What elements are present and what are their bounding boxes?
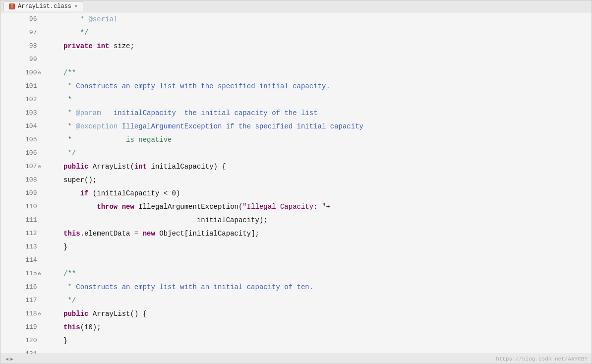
table-row: 99 xyxy=(0,53,592,66)
table-row: 102 * xyxy=(0,93,592,106)
line-number: 120 xyxy=(0,334,41,347)
scroll-right-icon[interactable]: ▶ xyxy=(9,356,14,362)
table-row: 117 */ xyxy=(0,294,592,307)
table-row: 112 this.elementData = new Object[initia… xyxy=(0,227,592,240)
code-line: } xyxy=(41,334,592,347)
table-row: 100⊖ /** xyxy=(0,66,592,79)
code-line: * @param initialCapacity the initial cap… xyxy=(41,106,592,120)
code-line: /** xyxy=(41,267,592,280)
line-number: 109 xyxy=(0,186,41,200)
line-number: 108 xyxy=(0,173,41,186)
code-line: throw new IllegalArgumentException("Ille… xyxy=(41,200,592,213)
table-row: 111 initialCapacity); xyxy=(0,213,592,227)
scroll-left-icon[interactable]: ◀ xyxy=(4,356,9,362)
fold-indicator-icon[interactable]: ⊖ xyxy=(38,271,41,277)
code-line xyxy=(41,347,592,354)
table-row: 96 * @serial xyxy=(0,12,592,26)
code-line: super(); xyxy=(41,173,592,186)
line-number: 96 xyxy=(0,12,41,26)
table-row: 114 xyxy=(0,253,592,267)
fold-indicator-icon[interactable]: ⊖ xyxy=(38,164,41,170)
watermark: https://blog.csdn.net/AAYCBY xyxy=(496,356,588,362)
code-line: * @serial xyxy=(41,12,592,26)
table-row: 98 private int size; xyxy=(0,39,592,53)
table-row: 104 * @exception IllegalArgumentExceptio… xyxy=(0,120,592,133)
code-line: if (initialCapacity < 0) xyxy=(41,186,592,200)
table-row: 103 * @param initialCapacity the initial… xyxy=(0,106,592,120)
line-number: 110 xyxy=(0,200,41,213)
main-window: C ArrayList.class × 96 * @serial97 */98 … xyxy=(0,0,592,364)
horizontal-scrollbar[interactable]: ◀ ▶ xyxy=(4,355,14,363)
code-line: * Constructs an empty list with the spec… xyxy=(41,79,592,93)
table-row: 115⊖ /** xyxy=(0,267,592,280)
code-line: public ArrayList(int initialCapacity) { xyxy=(41,160,592,173)
table-row: 118⊖ public ArrayList() { xyxy=(0,307,592,320)
line-number: 121 xyxy=(0,347,41,354)
line-number: 119 xyxy=(0,320,41,334)
table-row: 110 throw new IllegalArgumentException("… xyxy=(0,200,592,213)
table-row: 109 if (initialCapacity < 0) xyxy=(0,186,592,200)
code-table: 96 * @serial97 */98 private int size;99 … xyxy=(0,12,592,354)
code-line xyxy=(41,253,592,267)
line-number: 113 xyxy=(0,240,41,253)
line-number: 117 xyxy=(0,294,41,307)
code-line: } xyxy=(41,240,592,253)
file-type-icon: C xyxy=(9,3,15,9)
line-number: 111 xyxy=(0,213,41,227)
line-number: 104 xyxy=(0,120,41,133)
line-number: 102 xyxy=(0,93,41,106)
line-number: 114 xyxy=(0,253,41,267)
code-line: * Constructs an empty list with an initi… xyxy=(41,280,592,294)
line-number: 112 xyxy=(0,227,41,240)
code-line: * @exception IllegalArgumentException if… xyxy=(41,120,592,133)
code-line xyxy=(41,53,592,66)
table-row: 107⊖ public ArrayList(int initialCapacit… xyxy=(0,160,592,173)
code-line: */ xyxy=(41,294,592,307)
table-row: 116 * Constructs an empty list with an i… xyxy=(0,280,592,294)
tab-close-button[interactable]: × xyxy=(74,3,78,9)
code-line: /** xyxy=(41,66,592,79)
line-number: 99 xyxy=(0,53,41,66)
table-row: 108 super(); xyxy=(0,173,592,186)
table-row: 120 } xyxy=(0,334,592,347)
code-area: 96 * @serial97 */98 private int size;99 … xyxy=(0,12,592,354)
table-row: 101 * Constructs an empty list with the … xyxy=(0,79,592,93)
line-number: 106 xyxy=(0,146,41,160)
table-row: 105 * is negative xyxy=(0,133,592,146)
code-line: private int size; xyxy=(41,39,592,53)
table-row: 106 */ xyxy=(0,146,592,160)
line-number: 107⊖ xyxy=(0,160,41,173)
line-number: 116 xyxy=(0,280,41,294)
bottom-bar: ◀ ▶ https://blog.csdn.net/AAYCBY xyxy=(0,354,592,364)
fold-indicator-icon[interactable]: ⊖ xyxy=(38,311,41,317)
line-number: 105 xyxy=(0,133,41,146)
code-line: this(10); xyxy=(41,320,592,334)
code-line: public ArrayList() { xyxy=(41,307,592,320)
table-row: 97 */ xyxy=(0,26,592,39)
line-number: 97 xyxy=(0,26,41,39)
line-number: 100⊖ xyxy=(0,66,41,79)
title-bar: C ArrayList.class × xyxy=(0,0,592,12)
table-row: 119 this(10); xyxy=(0,320,592,334)
line-number: 98 xyxy=(0,39,41,53)
code-content[interactable]: 96 * @serial97 */98 private int size;99 … xyxy=(0,12,592,354)
code-line: */ xyxy=(41,146,592,160)
line-number: 101 xyxy=(0,79,41,93)
table-row: 121 xyxy=(0,347,592,354)
line-number: 103 xyxy=(0,106,41,120)
file-tab[interactable]: C ArrayList.class × xyxy=(3,1,83,11)
fold-indicator-icon[interactable]: ⊖ xyxy=(38,70,41,76)
code-line: * xyxy=(41,93,592,106)
code-line: initialCapacity); xyxy=(41,213,592,227)
table-row: 113 } xyxy=(0,240,592,253)
code-line: * is negative xyxy=(41,133,592,146)
line-number: 118⊖ xyxy=(0,307,41,320)
tab-label: ArrayList.class xyxy=(18,3,71,10)
code-line: */ xyxy=(41,26,592,39)
code-line: this.elementData = new Object[initialCap… xyxy=(41,227,592,240)
line-number: 115⊖ xyxy=(0,267,41,280)
